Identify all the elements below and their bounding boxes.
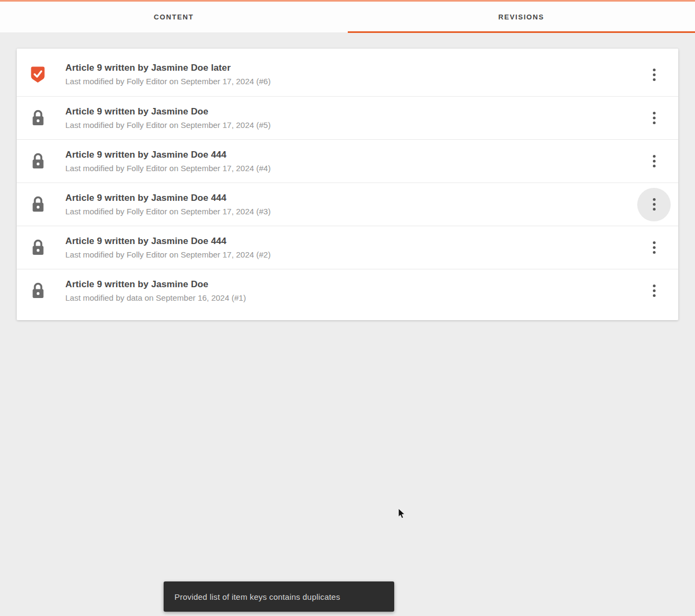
revision-meta: Last modified by Folly Editor on Septemb… [65, 206, 271, 217]
revision-meta: Last modified by Folly Editor on Septemb… [65, 249, 271, 260]
revision-title: Article 9 written by Jasmine Doe 444 [65, 149, 271, 161]
revision-status-icon-wrap [30, 282, 46, 300]
revision-title: Article 9 written by Jasmine Doe 444 [65, 235, 271, 247]
kebab-dot [653, 241, 656, 244]
lock-icon [31, 153, 45, 170]
kebab-dot [653, 165, 656, 167]
lock-icon [31, 196, 45, 213]
revision-title: Article 9 written by Jasmine Doe [65, 279, 246, 290]
kebab-dot [653, 198, 656, 201]
revision-title: Article 9 written by Jasmine Doe later [65, 62, 271, 74]
kebab-dot [653, 208, 656, 211]
revision-texts: Article 9 written by Jasmine Doe 444 Las… [65, 235, 271, 260]
kebab-menu-button[interactable] [637, 145, 671, 178]
kebab-dot [653, 251, 656, 254]
tab-revisions[interactable]: REVISIONS [348, 2, 695, 32]
lock-icon [31, 282, 45, 299]
kebab-dot [653, 160, 656, 163]
revision-row[interactable]: Article 9 written by Jasmine Doe 444 Las… [17, 139, 678, 182]
revision-meta: Last modified by Folly Editor on Septemb… [65, 163, 271, 174]
lock-icon [31, 110, 45, 126]
revision-title: Article 9 written by Jasmine Doe [65, 106, 271, 118]
lock-icon [31, 239, 45, 256]
tab-bar: CONTENT REVISIONS [0, 0, 695, 32]
kebab-dot [653, 289, 656, 292]
mouse-cursor [398, 509, 406, 519]
kebab-menu-button[interactable] [637, 101, 671, 135]
kebab-dot [653, 121, 656, 124]
tab-content-label: CONTENT [154, 13, 194, 21]
revision-meta: Last modified by data on September 16, 2… [65, 292, 246, 303]
kebab-dot [653, 78, 656, 81]
verified-shield-icon [30, 66, 45, 83]
kebab-dot [653, 246, 656, 249]
revision-status-icon-wrap [30, 196, 46, 213]
kebab-dot [653, 69, 656, 71]
revision-row[interactable]: Article 9 written by Jasmine Doe 444 Las… [17, 226, 678, 269]
revision-row[interactable]: Article 9 written by Jasmine Doe 444 Las… [17, 182, 678, 226]
revision-meta: Last modified by Folly Editor on Septemb… [65, 119, 271, 131]
revision-row[interactable]: Article 9 written by Jasmine Doe Last mo… [17, 269, 678, 312]
revision-title: Article 9 written by Jasmine Doe 444 [65, 192, 271, 204]
kebab-dot [653, 294, 656, 297]
tab-content[interactable]: CONTENT [0, 2, 348, 32]
revision-texts: Article 9 written by Jasmine Doe 444 Las… [65, 192, 271, 217]
revision-meta: Last modified by Folly Editor on Septemb… [65, 76, 271, 87]
kebab-dot [653, 73, 656, 76]
kebab-menu-button[interactable] [637, 58, 671, 91]
kebab-dot [653, 112, 656, 114]
revision-texts: Article 9 written by Jasmine Doe Last mo… [65, 106, 271, 131]
kebab-dot [653, 117, 656, 119]
kebab-dot [653, 203, 656, 206]
kebab-dot [653, 285, 656, 287]
kebab-menu-button[interactable] [637, 231, 671, 265]
revision-texts: Article 9 written by Jasmine Doe 444 Las… [65, 149, 271, 174]
kebab-dot [653, 155, 656, 158]
tab-revisions-label: REVISIONS [498, 13, 544, 21]
toast-message: Provided list of item keys contains dupl… [174, 592, 340, 601]
revision-row[interactable]: Article 9 written by Jasmine Doe later L… [17, 53, 678, 96]
revision-row[interactable]: Article 9 written by Jasmine Doe Last mo… [17, 96, 678, 139]
kebab-menu-button[interactable] [637, 188, 671, 221]
revision-status-icon-wrap [30, 110, 46, 127]
revision-status-icon-wrap [30, 153, 46, 170]
toast-notification: Provided list of item keys contains dupl… [164, 581, 394, 612]
revision-texts: Article 9 written by Jasmine Doe Last mo… [65, 279, 246, 303]
revision-texts: Article 9 written by Jasmine Doe later L… [65, 62, 271, 87]
kebab-menu-button[interactable] [637, 274, 671, 308]
revision-status-icon-wrap [30, 239, 46, 256]
revision-status-icon-wrap [30, 66, 46, 83]
revision-list: Article 9 written by Jasmine Doe later L… [17, 49, 678, 320]
